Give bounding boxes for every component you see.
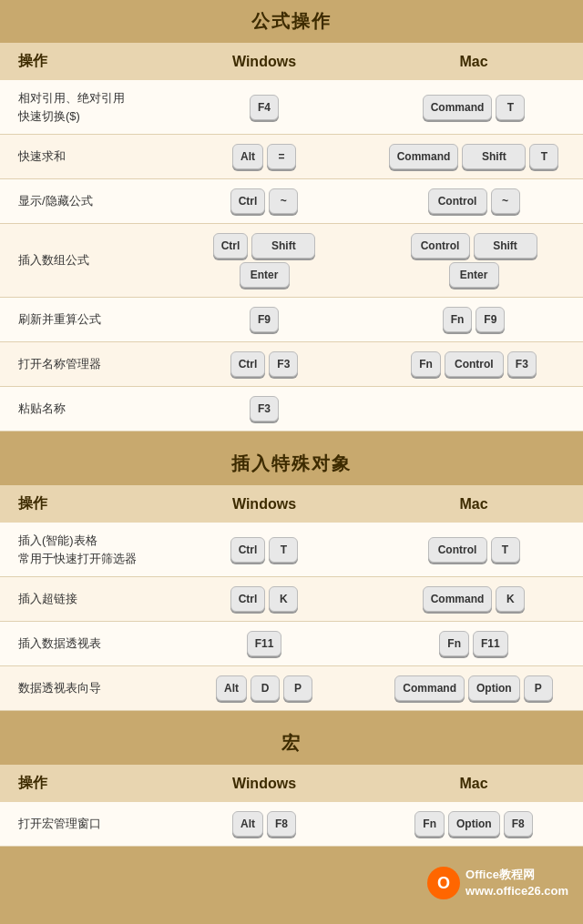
key: Fn [414,811,445,837]
action-cell: 打开宏管理窗口 [0,802,164,847]
keys-group: F3 [250,396,279,421]
footer-brand-line1: Office教程网 [465,867,568,883]
key: F11 [247,631,282,656]
footer-brand-text: Office教程网 www.office26.com [465,867,568,899]
insert-header-row: 操作 Windows Mac [0,485,583,523]
insert-table: 操作 Windows Mac 插入(智能)表格 常用于快速打开筛选器CtrlTC… [0,485,583,711]
key: Ctrl [230,188,266,214]
col-action: 操作 [0,485,164,523]
keys-group: F9 [250,307,279,332]
office-icon: O [427,867,460,899]
macro-table-container: 操作 Windows Mac 打开宏管理窗口AltF8FnOptionF8 [0,765,583,847]
mac-cell: CommandT [364,80,583,135]
mac-cell: FnOptionF8 [364,802,583,847]
table-row: 插入数据透视表F11FnF11 [0,622,583,666]
key: T [491,537,520,563]
key: Command [394,675,465,701]
key: Control [428,188,487,214]
mac-cell: FnF9 [364,298,583,342]
mac-cell: ControlShiftEnter [364,224,583,298]
table-row: 插入超链接CtrlKCommandK [0,577,583,622]
key: Command [423,95,493,120]
keys-row: Enter [240,262,290,288]
table-row: 相对引用、绝对引用 快速切换($)F4CommandT [0,80,583,135]
keys-group: CommandOptionP [394,675,552,701]
key: Ctrl [230,351,266,377]
key: Control [445,351,504,377]
mac-cell: CommandK [364,577,583,622]
key: Ctrl [230,537,266,563]
key: Alt [216,675,247,701]
table-row: 数据透视表向导AltDPCommandOptionP [0,666,583,711]
key: F9 [250,307,279,332]
action-cell: 插入超链接 [0,577,164,622]
insert-table-container: 操作 Windows Mac 插入(智能)表格 常用于快速打开筛选器CtrlTC… [0,485,583,711]
keys-row: ControlShift [411,233,537,259]
col-windows: Windows [164,43,364,80]
action-cell: 粘贴名称 [0,387,164,432]
windows-cell: Ctrl~ [164,179,364,224]
keys-group: FnF9 [443,307,506,332]
table-row: 打开宏管理窗口AltF8FnOptionF8 [0,802,583,847]
table-row: 打开名称管理器CtrlF3FnControlF3 [0,342,583,387]
keys-group: ControlT [428,537,520,563]
windows-cell: CtrlF3 [164,342,364,387]
key: F4 [250,95,279,120]
key: F8 [267,811,296,837]
divider-2 [0,711,583,722]
key: T [529,144,558,169]
key: Fn [411,351,441,377]
key: Command [389,144,459,169]
keys-group: Alt= [232,144,296,169]
key: Control [428,537,487,563]
keys-group: Ctrl~ [230,188,299,214]
section-formula: 公式操作 操作 Windows Mac 相对引用、绝对引用 快速切换($)F4C… [0,0,583,432]
key: Alt [232,144,263,169]
keys-group: CtrlT [230,537,299,563]
key: Fn [443,307,473,332]
keys-group: ControlShiftEnter [372,233,576,288]
mac-cell: ControlT [364,523,583,577]
windows-cell: Alt= [164,135,364,179]
divider-1 [0,432,583,442]
footer-brand-line2: www.office26.com [465,883,568,899]
key: F3 [250,396,279,421]
keys-group: FnOptionF8 [414,811,532,837]
section-formula-title: 公式操作 [0,0,583,43]
footer-brand: O Office教程网 www.office26.com [427,867,568,899]
key: T [269,537,298,563]
key: T [496,95,525,120]
key: = [267,144,296,169]
keys-group: AltF8 [232,811,296,837]
keys-row: CtrlShift [213,233,316,259]
keys-group: CommandShiftT [389,144,559,169]
keys-row: Enter [449,262,499,288]
table-row: 刷新并重算公式F9FnF9 [0,298,583,342]
col-action: 操作 [0,43,164,80]
action-cell: 插入数据透视表 [0,622,164,666]
key: K [269,586,298,612]
keys-group: CtrlF3 [230,351,299,377]
table-row: 快速求和Alt=CommandShiftT [0,135,583,179]
key: Enter [449,262,499,288]
key: P [283,675,312,701]
action-cell: 数据透视表向导 [0,666,164,711]
key: Shift [462,144,526,169]
key: ~ [269,188,298,214]
key: P [524,675,553,701]
col-action: 操作 [0,765,164,802]
key: Ctrl [230,586,266,612]
keys-group: CommandK [423,586,526,612]
key: Fn [439,631,469,656]
windows-cell: F3 [164,387,364,432]
mac-cell [364,387,583,432]
keys-group: CtrlShiftEnter [171,233,357,288]
key: K [496,586,525,612]
action-cell: 插入数组公式 [0,224,164,298]
table-row: 插入数组公式CtrlShiftEnterControlShiftEnter [0,224,583,298]
table-row: 显示/隐藏公式Ctrl~Control~ [0,179,583,224]
formula-table-container: 操作 Windows Mac 相对引用、绝对引用 快速切换($)F4Comman… [0,43,583,432]
key: Enter [240,262,290,288]
windows-cell: CtrlShiftEnter [164,224,364,298]
key: Ctrl [213,233,249,259]
